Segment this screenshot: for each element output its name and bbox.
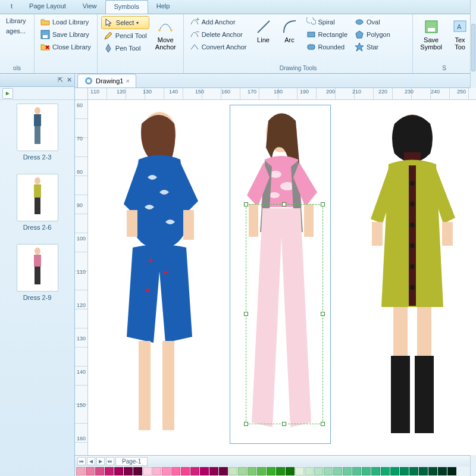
arc-tool-button[interactable]: Arc xyxy=(278,16,302,46)
color-swatch[interactable] xyxy=(447,467,456,475)
color-swatch[interactable] xyxy=(105,467,114,475)
close-tab-icon[interactable]: × xyxy=(126,77,129,84)
color-swatch[interactable] xyxy=(124,467,133,475)
color-swatch[interactable] xyxy=(238,467,247,475)
save-library-button[interactable]: Save Library xyxy=(38,29,93,40)
color-swatch[interactable] xyxy=(133,467,142,475)
color-swatch[interactable] xyxy=(400,467,409,475)
color-swatch[interactable] xyxy=(219,467,228,475)
oval-button[interactable]: Oval xyxy=(352,16,393,28)
svg-rect-28 xyxy=(127,210,137,237)
figure-dress-blue[interactable] xyxy=(94,106,219,439)
color-swatch[interactable] xyxy=(248,467,256,475)
page-last-button[interactable]: ⏭ xyxy=(106,457,114,465)
page-next-button[interactable]: ▶ xyxy=(96,457,105,465)
close-panel-icon[interactable]: ✕ xyxy=(67,76,72,84)
color-swatch[interactable] xyxy=(95,467,104,475)
color-swatch[interactable] xyxy=(305,467,314,475)
color-swatch[interactable] xyxy=(200,467,209,475)
color-swatch[interactable] xyxy=(181,467,190,475)
color-swatch[interactable] xyxy=(286,467,295,475)
text-tool-button[interactable]: ATex Too xyxy=(448,16,472,53)
save-symbol-icon xyxy=(423,18,440,35)
color-swatch[interactable] xyxy=(171,467,180,475)
save-symbol-button[interactable]: Save Symbol xyxy=(416,16,446,53)
load-library-button[interactable]: Load Library xyxy=(38,16,93,28)
pin-icon[interactable]: ⇱ xyxy=(58,76,63,84)
library-button[interactable]: Library xyxy=(4,16,29,26)
pages-button[interactable]: ages... xyxy=(4,26,29,36)
svg-rect-55 xyxy=(415,356,434,433)
color-swatch[interactable] xyxy=(324,467,333,475)
move-anchor-button[interactable]: Move Anchor xyxy=(152,16,180,53)
svg-rect-30 xyxy=(139,341,151,430)
drawing-canvas[interactable] xyxy=(88,100,476,455)
delete-anchor-button[interactable]: −Delete Anchor xyxy=(187,29,249,40)
convert-anchor-button[interactable]: Convert Anchor xyxy=(187,41,249,53)
pen-tool-button[interactable]: Pen Tool xyxy=(101,42,149,54)
tab-help[interactable]: Help xyxy=(148,0,178,14)
color-swatch[interactable] xyxy=(390,467,399,475)
figure-dress-olive[interactable] xyxy=(353,106,476,439)
tab-page-layout[interactable]: Page Layout xyxy=(21,0,74,14)
color-swatch[interactable] xyxy=(162,467,171,475)
svg-point-19 xyxy=(35,177,40,184)
star-icon xyxy=(355,42,364,52)
page-first-button[interactable]: ⏮ xyxy=(77,457,86,465)
polygon-button[interactable]: Polygon xyxy=(352,29,393,40)
color-swatch[interactable] xyxy=(209,467,218,475)
color-swatch[interactable] xyxy=(362,467,371,475)
color-swatch[interactable] xyxy=(295,467,304,475)
color-swatch[interactable] xyxy=(152,467,161,475)
svg-point-2 xyxy=(158,29,161,32)
list-item[interactable]: Dress 2-3 xyxy=(2,104,72,161)
line-tool-button[interactable]: Line xyxy=(252,16,275,46)
color-swatch[interactable] xyxy=(428,467,437,475)
color-swatch[interactable] xyxy=(257,467,266,475)
color-swatch[interactable] xyxy=(276,467,285,475)
color-swatch[interactable] xyxy=(86,467,95,475)
star-button[interactable]: Star xyxy=(352,41,393,53)
folder-open-icon xyxy=(40,17,50,27)
color-swatch[interactable] xyxy=(438,467,447,475)
color-swatch[interactable] xyxy=(228,467,237,475)
color-swatch[interactable] xyxy=(190,467,199,475)
svg-point-49 xyxy=(410,285,415,290)
select-tool-button[interactable]: Select▾ xyxy=(101,16,149,29)
color-swatch[interactable] xyxy=(419,467,428,475)
convert-anchor-icon xyxy=(190,42,199,52)
polygon-icon xyxy=(355,30,364,39)
color-swatch[interactable] xyxy=(333,467,342,475)
thumbnail xyxy=(17,104,58,151)
color-swatch[interactable] xyxy=(381,467,390,475)
color-swatch[interactable] xyxy=(409,467,418,475)
list-item[interactable]: Dress 2-6 xyxy=(2,174,72,231)
selection-box-inner[interactable] xyxy=(246,204,323,424)
color-swatch[interactable] xyxy=(371,467,380,475)
add-anchor-button[interactable]: +Add Anchor xyxy=(187,16,249,28)
color-swatch[interactable] xyxy=(314,467,323,475)
rectangle-button[interactable]: Rectangle xyxy=(304,29,350,40)
document-tab[interactable]: Drawing1 × xyxy=(77,74,136,87)
color-swatch[interactable] xyxy=(343,467,352,475)
color-swatch[interactable] xyxy=(76,467,85,475)
list-item[interactable]: Dress 2-9 xyxy=(2,244,72,301)
color-swatch[interactable] xyxy=(143,467,152,475)
lib-new-button[interactable]: ▸ xyxy=(2,88,13,99)
svg-rect-17 xyxy=(34,114,41,126)
color-swatch[interactable] xyxy=(114,467,123,475)
spiral-button[interactable]: Spiral xyxy=(304,16,350,28)
pencil-tool-button[interactable]: Pencil Tool xyxy=(101,30,149,42)
svg-point-3 xyxy=(170,29,173,32)
tab-view[interactable]: View xyxy=(74,0,105,14)
color-swatch[interactable] xyxy=(267,467,275,475)
page-tab[interactable]: Page-1 xyxy=(115,457,148,466)
color-swatch[interactable] xyxy=(352,467,361,475)
tab-insert[interactable]: t xyxy=(2,0,21,14)
tab-symbols[interactable]: Symbols xyxy=(105,0,148,14)
rounded-button[interactable]: Rounded xyxy=(304,41,350,53)
page-prev-button[interactable]: ◀ xyxy=(87,457,95,465)
svg-rect-20 xyxy=(34,184,41,198)
close-library-button[interactable]: Close Library xyxy=(38,41,93,53)
svg-rect-1 xyxy=(43,35,48,38)
